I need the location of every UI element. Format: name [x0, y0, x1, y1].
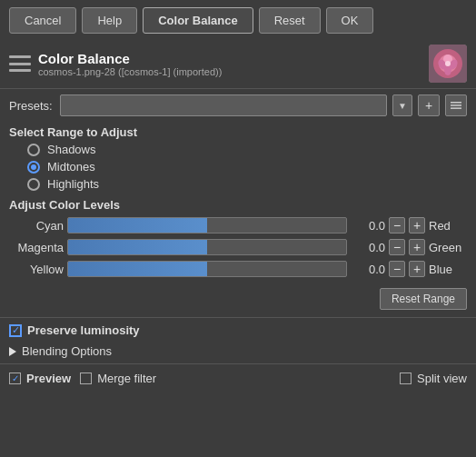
radio-midtones[interactable]: Midtones — [27, 160, 467, 174]
header-subtitle: cosmos-1.png-28 ([cosmos-1] (imported)) — [38, 66, 421, 77]
radio-label-midtones: Midtones — [47, 160, 95, 174]
radio-label-shadows: Shadows — [47, 143, 95, 156]
slider-minus-yellow[interactable]: − — [389, 261, 405, 277]
presets-add-button[interactable]: + — [418, 94, 440, 116]
blending-options-row[interactable]: Blending Options — [0, 341, 476, 362]
split-view-section: Split view — [400, 372, 467, 385]
merge-filter-label: Merge filter — [97, 372, 156, 385]
blending-options-triangle — [9, 347, 16, 356]
preview-checkbox[interactable] — [9, 373, 21, 384]
presets-menu-button[interactable] — [445, 94, 467, 116]
preview-label: Preview — [26, 372, 71, 385]
reset-range-button[interactable]: Reset Range — [380, 288, 467, 310]
merge-filter-checkbox[interactable] — [80, 373, 92, 384]
thumbnail-svg — [429, 45, 467, 83]
slider-value-yellow: 0.0 — [351, 263, 385, 276]
merge-filter-section: Merge filter — [80, 372, 156, 385]
preserve-luminosity-checkbox[interactable] — [9, 324, 22, 337]
presets-menu-icon — [450, 99, 462, 112]
slider-row-yellow: Yellow 0.0 − + Blue — [9, 261, 467, 277]
top-button-bar: Cancel Help Color Balance Reset OK — [0, 0, 476, 41]
split-view-label: Split view — [417, 372, 467, 385]
slider-end-yellow: Blue — [429, 263, 467, 276]
divider-1 — [0, 88, 476, 89]
color-balance-icon — [9, 55, 31, 72]
bottom-row: Preview Merge filter Split view — [0, 366, 476, 391]
slider-fill-magenta — [68, 240, 207, 254]
slider-fill-cyan — [68, 218, 207, 233]
slider-value-magenta: 0.0 — [351, 241, 385, 254]
slider-plus-cyan[interactable]: + — [409, 217, 425, 233]
thumbnail-preview — [429, 45, 467, 83]
slider-label-yellow: Yellow — [9, 263, 64, 276]
slider-row-cyan: Cyan 0.0 − + Red — [9, 217, 467, 233]
slider-minus-cyan[interactable]: − — [389, 217, 405, 233]
presets-label: Presets: — [9, 99, 55, 113]
svg-rect-10 — [451, 107, 461, 109]
presets-dropdown-arrow[interactable]: ▼ — [392, 94, 412, 116]
slider-label-magenta: Magenta — [9, 241, 64, 254]
svg-rect-9 — [451, 104, 461, 106]
sliders-section: Cyan 0.0 − + Red Magenta 0.0 − + Green Y… — [0, 214, 476, 286]
slider-value-cyan: 0.0 — [351, 219, 385, 233]
divider-3 — [0, 363, 476, 364]
header-title: Color Balance — [38, 51, 421, 66]
radio-circle-highlights — [27, 178, 40, 191]
slider-track-magenta[interactable] — [67, 239, 347, 255]
icon-line-2 — [9, 63, 31, 65]
svg-rect-8 — [451, 102, 461, 104]
preserve-luminosity-label: Preserve luminosity — [27, 323, 140, 337]
slider-row-magenta: Magenta 0.0 − + Green — [9, 239, 467, 255]
slider-plus-magenta[interactable]: + — [409, 239, 425, 255]
radio-group: Shadows Midtones Highlights — [0, 141, 476, 193]
header-text: Color Balance cosmos-1.png-28 ([cosmos-1… — [38, 51, 421, 77]
levels-section-label: Adjust Color Levels — [0, 193, 476, 214]
slider-end-magenta: Green — [429, 241, 467, 254]
divider-2 — [0, 317, 476, 318]
ok-button[interactable]: OK — [326, 7, 374, 34]
slider-end-cyan: Red — [429, 219, 467, 233]
slider-minus-magenta[interactable]: − — [389, 239, 405, 255]
slider-track-yellow[interactable] — [67, 261, 347, 277]
slider-plus-yellow[interactable]: + — [409, 261, 425, 277]
icon-line-3 — [9, 69, 31, 72]
preserve-luminosity-row: Preserve luminosity — [0, 320, 476, 341]
slider-track-cyan[interactable] — [67, 217, 347, 233]
presets-select[interactable] — [60, 94, 387, 116]
radio-circle-midtones — [27, 161, 40, 174]
split-view-checkbox[interactable] — [400, 373, 412, 384]
icon-line-1 — [9, 55, 31, 58]
radio-circle-shadows — [27, 144, 40, 156]
slider-fill-yellow — [68, 262, 207, 276]
help-button[interactable]: Help — [82, 7, 137, 34]
radio-highlights[interactable]: Highlights — [27, 177, 467, 191]
reset-button[interactable]: Reset — [259, 7, 321, 34]
header-row: Color Balance cosmos-1.png-28 ([cosmos-1… — [0, 41, 476, 86]
range-section-label: Select Range to Adjust — [0, 120, 476, 141]
presets-row: Presets: ▼ + — [0, 91, 476, 120]
radio-shadows[interactable]: Shadows — [27, 143, 467, 156]
cancel-button[interactable]: Cancel — [9, 7, 76, 34]
radio-label-highlights: Highlights — [47, 177, 99, 191]
color-balance-tab-button[interactable]: Color Balance — [143, 7, 253, 34]
preview-section: Preview — [9, 372, 71, 385]
reset-range-row: Reset Range — [0, 286, 476, 315]
slider-label-cyan: Cyan — [9, 219, 64, 233]
blending-options-label: Blending Options — [22, 344, 112, 358]
svg-point-7 — [445, 61, 451, 66]
